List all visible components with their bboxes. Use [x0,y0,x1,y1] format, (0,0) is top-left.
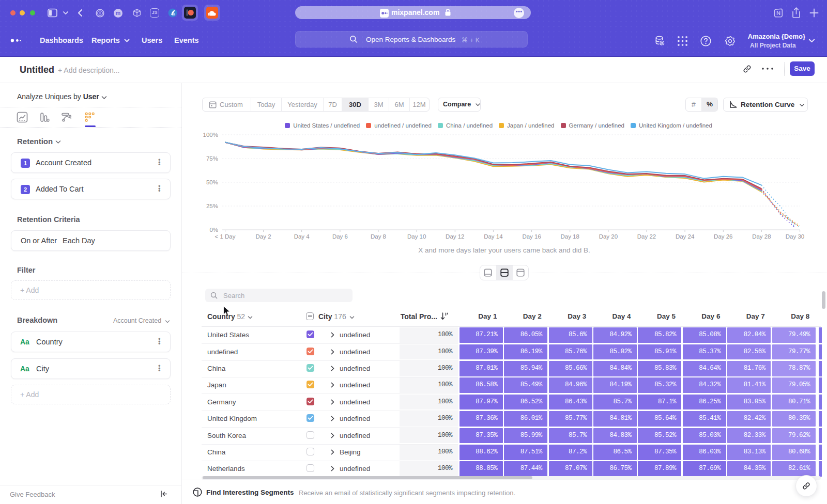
svg-text:Day 10: Day 10 [407,233,426,240]
svg-text:Day 24: Day 24 [676,233,695,240]
svg-text:Day 18: Day 18 [560,233,579,240]
svg-text:50%: 50% [206,179,218,185]
svg-text:75%: 75% [206,155,218,162]
svg-text:< 1 Day: < 1 Day [215,233,236,240]
svg-text:Day 14: Day 14 [484,233,503,240]
svg-text:Day 6: Day 6 [332,233,348,240]
svg-text:25%: 25% [206,203,218,209]
svg-text:Day 26: Day 26 [714,233,732,240]
svg-text:Day 22: Day 22 [637,233,656,240]
svg-text:Day 12: Day 12 [446,233,464,240]
svg-text:Day 8: Day 8 [371,233,386,240]
svg-text:Day 2: Day 2 [256,233,271,240]
svg-text:Day 16: Day 16 [522,233,541,240]
svg-text:Day 30: Day 30 [786,233,804,240]
svg-text:0%: 0% [209,227,218,233]
svg-text:Day 4: Day 4 [294,233,310,240]
svg-text:Day 20: Day 20 [599,233,618,240]
svg-text:Day 28: Day 28 [752,233,771,240]
svg-text:100%: 100% [203,132,218,138]
